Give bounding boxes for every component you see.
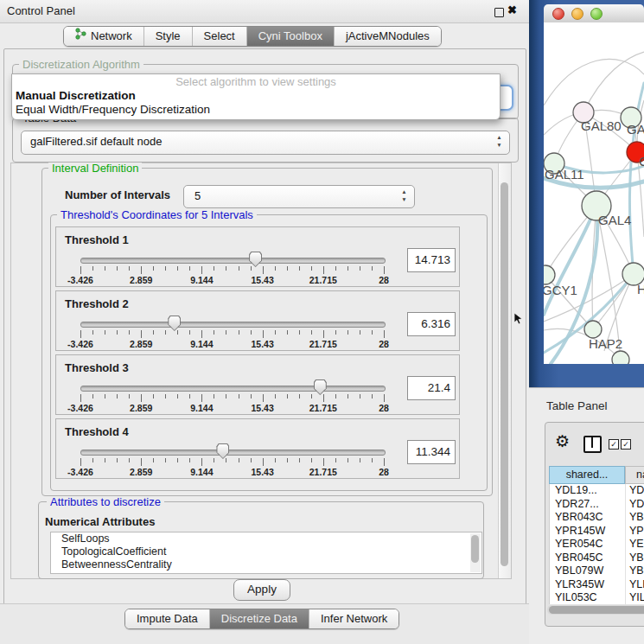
svg-text:GAL11: GAL11	[545, 167, 584, 182]
apply-button[interactable]: Apply	[233, 579, 290, 601]
threshold-value-field[interactable]: 14.713	[407, 248, 456, 272]
threshold-slider[interactable]: -3.4262.8599.14415.4321.71528	[80, 379, 384, 414]
table-row[interactable]: YBL079WYBL0	[550, 564, 644, 578]
bottom-tab-impute-data[interactable]: Impute Data	[125, 609, 209, 628]
traffic-light-close-button[interactable]	[552, 8, 564, 20]
threshold-value-field[interactable]: 11.344	[407, 440, 456, 464]
svg-text:C: C	[639, 154, 644, 169]
close-icon[interactable]: ✖	[507, 3, 517, 16]
checkbox-icon[interactable]: ✓	[621, 439, 631, 450]
threshold-label: Threshold 3	[65, 361, 129, 374]
discretization-algorithm-group-title: Discretization Algorithm	[19, 59, 143, 70]
slider-scale-labels: -3.4262.8599.14415.4321.71528	[80, 339, 384, 349]
tab-cyni-toolbox[interactable]: Cyni Toolbox	[246, 27, 334, 46]
svg-text:GCY1: GCY1	[544, 283, 577, 297]
vertical-scrollbar-thumb[interactable]	[501, 182, 508, 566]
table-data-combobox[interactable]: galFiltered.sif default node ▲▼	[21, 131, 510, 155]
table-panel-body: ⚙ ✓ ✓ shared...na YDL19...YDL1YDR27...YD…	[545, 422, 644, 627]
attributes-group-title: Attributes to discretize	[47, 496, 164, 507]
svg-text:GAL4: GAL4	[598, 213, 631, 227]
traffic-light-minimize-button[interactable]	[571, 8, 583, 20]
threshold-label: Threshold 4	[65, 425, 129, 438]
number-of-intervals-value: 5	[194, 186, 201, 207]
slider-thumb[interactable]	[249, 252, 262, 267]
tab-label: Infer Network	[321, 609, 387, 628]
slider-ticks	[80, 266, 384, 275]
table-row[interactable]: YDL19...YDL1	[550, 484, 644, 498]
table-row[interactable]: YLR345WYLR3	[550, 578, 644, 592]
traffic-light-zoom-button[interactable]	[590, 8, 603, 20]
slider-track[interactable]	[80, 386, 386, 392]
threshold-slider[interactable]: -3.4262.8599.14415.4321.71528	[80, 252, 384, 286]
columns-icon[interactable]	[583, 436, 602, 453]
spinner-arrows-icon: ▲▼	[400, 188, 408, 203]
attribute-item[interactable]: BetweennessCentrality	[51, 558, 481, 571]
attributes-scrollbar-thumb[interactable]	[471, 535, 479, 563]
attribute-item[interactable]: SelfLoops	[51, 532, 481, 545]
threshold-slider[interactable]: -3.4262.8599.14415.4321.71528	[80, 443, 384, 478]
table-column-header[interactable]: shared...	[549, 466, 625, 484]
numerical-attributes-label: Numerical Attributes	[45, 515, 155, 528]
mouse-cursor	[514, 313, 523, 325]
threshold-value-field[interactable]: 6.316	[407, 312, 456, 336]
table-row[interactable]: YIL053CYIL0	[550, 591, 644, 604]
table-row[interactable]: YBR045CYBR0	[550, 552, 644, 565]
horizontal-scrollbar[interactable]	[547, 605, 644, 615]
attributes-scrollbar[interactable]	[470, 533, 481, 572]
slider-track[interactable]	[80, 258, 386, 264]
algorithm-option[interactable]: Equal Width/Frequency Discretization	[12, 103, 500, 117]
slider-thumb[interactable]	[216, 443, 229, 459]
slider-track[interactable]	[80, 322, 386, 328]
gear-icon[interactable]: ⚙	[555, 432, 570, 451]
threshold-value-field[interactable]: 21.4	[407, 376, 456, 400]
table-column-header[interactable]: na	[625, 466, 644, 484]
tab-label: Network	[91, 27, 132, 46]
number-of-intervals-label: Number of Intervals	[65, 188, 170, 201]
tab-label: jActiveMNodules	[346, 27, 430, 46]
attribute-item[interactable]: TopologicalCoefficient	[51, 545, 481, 558]
numerical-attributes-list[interactable]: SelfLoopsTopologicalCoefficientBetweenne…	[50, 532, 482, 574]
tab-select[interactable]: Select	[192, 27, 246, 46]
svg-text:HAP2: HAP2	[589, 336, 622, 351]
float-window-icon[interactable]	[494, 8, 504, 17]
threshold-slider[interactable]: -3.4262.8599.14415.4321.71528	[80, 316, 384, 350]
spinner-arrows-icon: ▲▼	[495, 133, 503, 149]
node-table: shared...na YDL19...YDL1YDR27...YDR2YBR0…	[549, 466, 644, 604]
main-tab-bar: NetworkStyleSelectCyni ToolboxjActiveMNo…	[63, 26, 442, 47]
network-icon	[75, 27, 86, 46]
panel-title: Control Panel	[7, 4, 75, 17]
threshold-list: Threshold 1-3.4262.8599.14415.4321.71528…	[55, 226, 462, 482]
vertical-scrollbar[interactable]	[498, 163, 511, 578]
checkbox-icon[interactable]: ✓	[609, 439, 619, 450]
network-graph: GAL80GACGAL11GAL4GCY1HHAP2	[544, 22, 644, 364]
network-canvas[interactable]: GAL80GACGAL11GAL4GCY1HHAP2	[544, 22, 644, 364]
threshold-panel: Threshold 3-3.4262.8599.14415.4321.71528…	[55, 354, 460, 415]
threshold-panel: Threshold 1-3.4262.8599.14415.4321.71528…	[55, 226, 460, 287]
algorithm-prompt-item: Select algorithm to view settings	[12, 75, 500, 89]
bottom-tab-discretize-data[interactable]: Discretize Data	[209, 609, 309, 628]
algorithm-dropdown-popup: Select algorithm to view settings Manual…	[11, 73, 501, 120]
table-header-row: shared...na	[549, 466, 644, 484]
horizontal-scrollbar-thumb[interactable]	[549, 606, 644, 614]
interval-definition-group-title: Interval Definition	[48, 163, 142, 174]
svg-text:H: H	[637, 282, 644, 296]
slider-thumb[interactable]	[168, 316, 181, 331]
algorithm-option[interactable]: Manual Discretization	[12, 89, 500, 103]
threshold-panel: Threshold 2-3.4262.8599.14415.4321.71528…	[55, 290, 460, 351]
bottom-tab-infer-network[interactable]: Infer Network	[309, 609, 399, 628]
table-rows: YDL19...YDL1YDR27...YDR2YBR043CYBR0YPR14…	[549, 484, 644, 604]
table-row[interactable]: YBR043CYBR0	[550, 511, 644, 525]
tab-label: Cyni Toolbox	[258, 27, 322, 46]
tab-jactivemnodules[interactable]: jActiveMNodules	[334, 27, 441, 46]
number-of-intervals-combobox[interactable]: 5 ▲▼	[183, 185, 415, 208]
slider-thumb[interactable]	[314, 379, 327, 395]
tab-network[interactable]: Network	[64, 27, 143, 46]
table-row[interactable]: YPR145WYPR1	[550, 525, 644, 539]
table-panel: Table Panel ⚙ ✓ ✓ shared...na YDL19...YD…	[529, 387, 644, 644]
thresholds-group-title: Threshold's Coordinates for 5 Intervals	[57, 209, 257, 220]
svg-text:GAL80: GAL80	[581, 118, 622, 133]
slider-track[interactable]	[80, 450, 386, 456]
table-row[interactable]: YDR27...YDR2	[550, 498, 644, 512]
table-row[interactable]: YER054CYER0	[550, 538, 644, 552]
tab-style[interactable]: Style	[143, 27, 192, 46]
